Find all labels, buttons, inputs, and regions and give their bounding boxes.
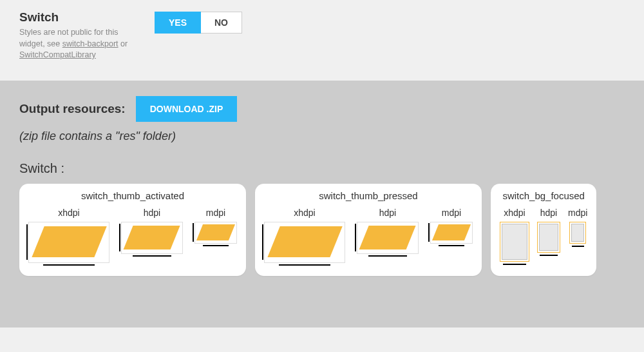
zip-contents-note: (zip file contains a "res" folder) [19, 130, 625, 143]
density-label: mdpi [568, 208, 587, 218]
nine-patch-mark-icon [368, 255, 407, 257]
link-switch-backport[interactable]: switch-backport [62, 39, 118, 48]
nine-patch-mark-icon [193, 223, 194, 242]
density-label: hdpi [379, 208, 396, 218]
density-col-xhdpi: xhdpi [500, 208, 529, 262]
density-col-mdpi: mdpi [568, 208, 587, 244]
switch-toggle-group: YES NO [155, 12, 242, 34]
nine-patch-mark-icon [203, 245, 229, 246]
asset-preview [264, 222, 345, 263]
download-zip-button[interactable]: DOWNLOAD .ZIP [136, 96, 238, 122]
nine-patch-mark-icon [428, 223, 430, 242]
nine-patch-mark-icon [503, 264, 526, 265]
link-switchcompatlibrary[interactable]: SwitchCompatLibrary [19, 50, 96, 59]
nine-patch-mark-icon [119, 224, 120, 251]
density-row: xhdpi hdpi mdpi [264, 208, 473, 263]
density-label: mdpi [442, 208, 461, 218]
bg-shape-icon [571, 224, 584, 242]
output-resources-label: Output resources: [19, 102, 126, 116]
asset-preview [357, 222, 419, 254]
density-label: mdpi [206, 208, 225, 218]
asset-preview [28, 222, 109, 263]
nine-patch-mark-icon [133, 255, 171, 257]
density-col-xhdpi: xhdpi [28, 208, 109, 263]
nine-patch-mark-icon [43, 264, 94, 266]
thumb-shape-icon [267, 226, 342, 257]
nine-patch-mark-icon [355, 224, 356, 251]
card-switch-thumb-activated: switch_thumb_activated xhdpi hdpi [19, 184, 246, 276]
nine-patch-mark-icon [439, 245, 465, 246]
nine-patch-mark-icon [279, 264, 330, 266]
switch-section-heading: Switch : [19, 161, 625, 176]
density-col-mdpi: mdpi [430, 208, 473, 244]
density-label: hdpi [540, 208, 557, 218]
density-col-xhdpi: xhdpi [264, 208, 345, 263]
density-label: xhdpi [294, 208, 315, 218]
density-col-hdpi: hdpi [121, 208, 183, 254]
density-label: xhdpi [58, 208, 79, 218]
density-row: xhdpi hdpi mdpi [28, 208, 237, 263]
asset-preview [569, 222, 586, 244]
density-row: xhdpi hdpi mdpi [500, 208, 587, 262]
nine-patch-mark-icon [572, 246, 584, 247]
density-label: xhdpi [504, 208, 525, 218]
switch-title: Switch [19, 10, 135, 24]
card-title: switch_bg_focused [500, 190, 587, 201]
asset-preview [194, 222, 237, 244]
top-section: Switch Styles are not public for this wi… [0, 0, 644, 81]
bg-shape-icon [502, 224, 527, 260]
card-title: switch_thumb_activated [28, 190, 237, 201]
thumb-shape-icon [359, 226, 416, 249]
density-label: hdpi [144, 208, 160, 218]
asset-preview [537, 222, 560, 253]
switch-label-column: Switch Styles are not public for this wi… [19, 10, 135, 61]
card-title: switch_thumb_pressed [264, 190, 473, 201]
nine-patch-mark-icon [540, 255, 557, 256]
thumb-shape-icon [124, 226, 180, 249]
asset-preview [430, 222, 473, 244]
density-col-hdpi: hdpi [537, 208, 560, 253]
thumb-shape-icon [32, 226, 106, 257]
preview-cards-row: switch_thumb_activated xhdpi hdpi [19, 184, 625, 276]
switch-description: Styles are not public for this widget, s… [19, 27, 135, 61]
card-switch-bg-focused: switch_bg_focused xhdpi hdpi [491, 184, 596, 276]
toggle-yes-button[interactable]: YES [155, 12, 201, 34]
switch-desc-mid: or [118, 39, 128, 48]
nine-patch-mark-icon [26, 224, 28, 260]
nine-patch-mark-icon [262, 224, 263, 260]
output-section: Output resources: DOWNLOAD .ZIP (zip fil… [0, 81, 644, 328]
asset-preview [500, 222, 529, 262]
density-col-hdpi: hdpi [357, 208, 419, 254]
card-switch-thumb-pressed: switch_thumb_pressed xhdpi hdpi [255, 184, 482, 276]
density-col-mdpi: mdpi [194, 208, 237, 244]
bg-shape-icon [539, 224, 558, 251]
asset-preview [121, 222, 183, 254]
thumb-shape-icon [432, 224, 471, 240]
toggle-no-button[interactable]: NO [201, 12, 242, 34]
output-header-row: Output resources: DOWNLOAD .ZIP [19, 96, 625, 122]
thumb-shape-icon [196, 224, 235, 240]
